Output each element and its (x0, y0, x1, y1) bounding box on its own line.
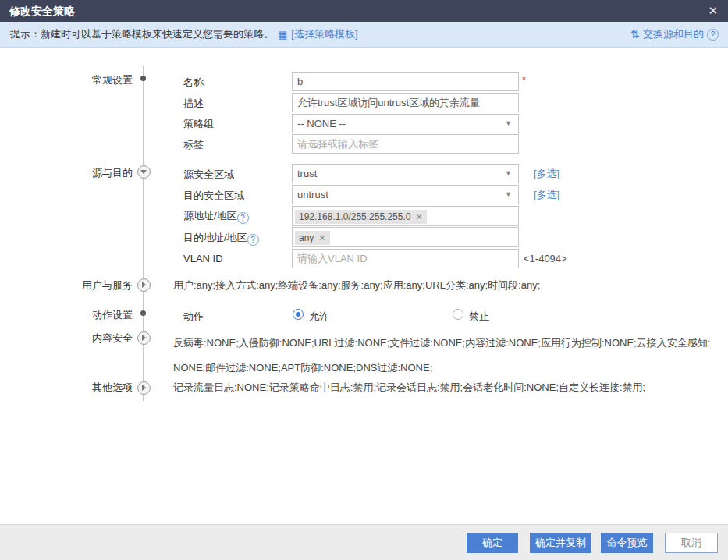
section-user-service-expand-icon[interactable] (137, 278, 151, 292)
dialog-title: 修改安全策略 (9, 0, 75, 22)
select-policy-template-link[interactable]: [选择策略模板] (291, 27, 357, 41)
src-zone-label: 源安全区域 (183, 168, 234, 182)
action-allow-radio[interactable] (293, 309, 304, 320)
help-icon[interactable]: ? (247, 234, 259, 246)
ok-and-copy-button[interactable]: 确定并复制 (530, 533, 591, 553)
src-addr-chip: 192.168.1.0/255.255.255.0 ✕ (295, 210, 427, 224)
help-icon[interactable]: ? (237, 212, 249, 224)
chip-remove-icon[interactable]: ✕ (415, 210, 422, 224)
dst-addr-chip: any ✕ (295, 231, 330, 245)
dst-zone-select[interactable]: untrust ▼ (292, 185, 519, 204)
tip-bar: 提示：新建时可以基于策略模板来快速定义您需要的策略。 ▦ [选择策略模板] ⇅ … (0, 22, 728, 48)
chip-remove-icon[interactable]: ✕ (318, 231, 325, 245)
cancel-button[interactable]: 取消 (665, 533, 718, 553)
dst-addr-label: 目的地址/地区? (183, 231, 259, 246)
chevron-down-icon: ▼ (505, 115, 512, 133)
vlan-label: VLAN ID (183, 253, 223, 264)
action-deny-radio[interactable] (453, 309, 463, 320)
dst-addr-chip-text: any (299, 231, 314, 245)
template-icon: ▦ (278, 30, 287, 40)
dst-addr-label-text: 目的地址/地区 (183, 232, 247, 243)
command-preview-button[interactable]: 命令预览 (601, 533, 653, 553)
section-action-label: 动作设置 (44, 308, 133, 322)
chevron-down-icon: ▼ (505, 186, 512, 204)
content-security-summary: 反病毒:NONE;入侵防御:NONE;URL过滤:NONE;文件过滤:NONE;… (173, 331, 712, 381)
section-source-dest-collapse-icon[interactable] (137, 165, 151, 179)
section-timeline (143, 66, 144, 401)
src-addr-input[interactable]: 192.168.1.0/255.255.255.0 ✕ (292, 206, 519, 226)
close-icon[interactable]: ✕ (708, 0, 718, 22)
triangle-right-icon (142, 335, 146, 341)
name-label: 名称 (183, 76, 204, 90)
name-input[interactable] (292, 72, 519, 91)
section-content-security-expand-icon[interactable] (137, 331, 151, 345)
dst-addr-input[interactable]: any ✕ (292, 227, 519, 247)
src-zone-value: trust (297, 168, 317, 179)
section-general-label: 常规设置 (44, 73, 133, 87)
policy-group-select[interactable]: -- NONE -- ▼ (292, 114, 519, 133)
vlan-input[interactable] (292, 249, 519, 268)
required-asterisk: * (522, 74, 526, 86)
triangle-right-icon (142, 282, 146, 288)
section-other-expand-icon[interactable] (137, 381, 151, 395)
policy-group-label: 策略组 (183, 117, 214, 131)
tags-label: 标签 (183, 138, 204, 152)
ok-button[interactable]: 确定 (467, 533, 518, 553)
help-icon[interactable]: ? (707, 29, 719, 41)
dialog-titlebar: 修改安全策略 ✕ (0, 0, 728, 22)
description-input[interactable] (292, 93, 519, 112)
src-addr-chip-text: 192.168.1.0/255.255.255.0 (299, 210, 410, 224)
section-other-label: 其他选项 (44, 381, 133, 395)
triangle-down-icon (140, 170, 147, 174)
description-label: 描述 (183, 97, 204, 111)
swap-source-dest-control[interactable]: ⇅ 交换源和目的 ? (630, 22, 719, 47)
user-service-summary: 用户:any;接入方式:any;终端设备:any;服务:any;应用:any;U… (173, 278, 719, 292)
triangle-right-icon (142, 385, 146, 391)
other-options-summary: 记录流量日志:NONE;记录策略命中日志:禁用;记录会话日志:禁用;会话老化时间… (173, 381, 719, 395)
action-deny-label[interactable]: 禁止 (469, 310, 489, 324)
src-zone-select[interactable]: trust ▼ (292, 164, 519, 183)
action-label: 动作 (183, 310, 204, 324)
policy-group-value: -- NONE -- (297, 118, 346, 129)
section-user-service-label: 用户与服务 (44, 278, 133, 292)
section-general-dot (140, 76, 146, 81)
swap-icon: ⇅ (630, 29, 640, 40)
tags-input[interactable] (292, 134, 519, 154)
dst-zone-label: 目的安全区域 (183, 189, 244, 203)
tip-message-area: 提示：新建时可以基于策略模板来快速定义您需要的策略。 ▦ [选择策略模板] (10, 22, 358, 47)
vlan-range-hint: <1-4094> (524, 253, 567, 264)
section-source-dest-label: 源与目的 (44, 166, 133, 180)
src-addr-label-text: 源地址/地区 (183, 210, 237, 222)
src-addr-label: 源地址/地区? (183, 209, 249, 224)
src-zone-multi-select-link[interactable]: [多选] (534, 167, 559, 181)
dst-zone-multi-select-link[interactable]: [多选] (534, 188, 559, 202)
swap-source-dest-link[interactable]: 交换源和目的 (643, 27, 704, 41)
tip-text: 提示：新建时可以基于策略模板来快速定义您需要的策略。 (10, 27, 274, 41)
action-allow-label[interactable]: 允许 (309, 310, 329, 324)
section-content-security-label: 内容安全 (44, 331, 133, 346)
chevron-down-icon: ▼ (505, 165, 512, 183)
section-action-dot (140, 310, 146, 316)
dst-zone-value: untrust (297, 189, 328, 200)
modify-security-policy-dialog: 修改安全策略 ✕ 提示：新建时可以基于策略模板来快速定义您需要的策略。 ▦ [选… (0, 0, 728, 560)
